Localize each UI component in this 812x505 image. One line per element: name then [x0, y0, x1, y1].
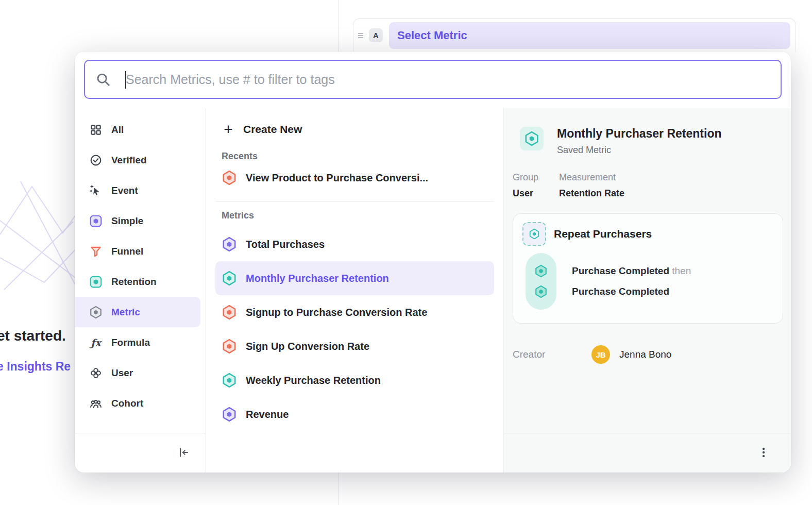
sidebar-item-metric[interactable]: Metric	[75, 297, 200, 327]
funnel-metric-hexagon-icon	[222, 170, 237, 186]
sidebar-item-event[interactable]: Event	[75, 175, 206, 206]
sidebar-item-formula[interactable]: ƒx Formula	[75, 327, 206, 358]
metrics-header: Metrics	[222, 209, 494, 222]
measurement-value: Retention Rate	[559, 188, 624, 199]
metric-option-label: Revenue	[246, 409, 289, 420]
step-one-event: Purchase Completed	[572, 265, 669, 276]
metric-option-sign-up-conversion-rate[interactable]: Sign Up Conversion Rate	[215, 329, 494, 363]
search-box	[84, 60, 782, 99]
group-label: Group	[513, 172, 559, 183]
select-metric-button[interactable]: Select Metric	[389, 22, 790, 49]
metric-option-label: Monthly Purchaser Retention	[246, 273, 389, 284]
search-input[interactable]	[119, 72, 770, 88]
retention-metric-hexagon-icon	[222, 373, 237, 388]
create-new-button[interactable]: + Create New	[215, 116, 494, 142]
sidebar-item-label: Retention	[111, 276, 157, 288]
details-header: Monthly Purchaser Retention Saved Metric	[520, 127, 783, 156]
sidebar-item-funnel[interactable]: Funnel	[75, 236, 206, 266]
sidebar-item-label: Verified	[111, 155, 147, 166]
retention-steps-pill	[526, 253, 556, 310]
section-divider	[215, 201, 494, 201]
sidebar-footer	[75, 433, 206, 473]
step-connector: then	[672, 265, 691, 276]
text-caret	[125, 71, 126, 89]
metric-details-panel: Monthly Purchaser Retention Saved Metric…	[504, 108, 791, 473]
sidebar-item-label: All	[111, 124, 124, 136]
metric-option-label: Weekly Purchase Retention	[246, 375, 381, 386]
retention-metric-hexagon-icon	[222, 271, 237, 286]
metric-option-label: View Product to Purchase Conversi...	[246, 172, 428, 184]
step-hexagon-icon	[534, 264, 548, 278]
grid-icon	[89, 123, 103, 137]
details-title: Monthly Purchaser Retention	[557, 127, 721, 140]
funnel-metric-hexagon-icon	[222, 305, 237, 320]
step-two-event: Purchase Completed	[572, 286, 669, 297]
sidebar-item-label: Cohort	[111, 398, 143, 409]
saved-metric-hexagon-icon	[520, 127, 544, 150]
category-sidebar: All Verified	[75, 108, 206, 473]
creator-name: Jenna Bono	[619, 349, 671, 360]
sidebar-item-retention[interactable]: Retention	[75, 266, 206, 297]
details-footer	[504, 433, 791, 473]
sidebar-item-label: Event	[111, 185, 138, 196]
creator-avatar: JB	[591, 345, 610, 364]
sidebar-item-label: Funnel	[111, 246, 143, 257]
verified-badge-icon	[89, 154, 103, 167]
modal-body: All Verified	[75, 108, 791, 473]
metrics-options: Total Purchases Monthly Purchaser Retent…	[215, 227, 494, 431]
metric-picker-modal: All Verified	[75, 52, 791, 473]
details-subtitle: Saved Metric	[557, 145, 721, 156]
metric-option-label: Sign Up Conversion Rate	[246, 341, 369, 352]
collapse-left-icon	[177, 446, 190, 461]
metric-option-label: Total Purchases	[246, 239, 325, 250]
background-report-link[interactable]: e Insights Re	[0, 360, 71, 374]
background-heading: et started.	[0, 328, 66, 344]
metric-option-weekly-purchase-retention[interactable]: Weekly Purchase Retention	[215, 363, 494, 397]
simple-metric-hexagon-icon	[222, 407, 237, 422]
funnel-metric-hexagon-icon	[222, 339, 237, 354]
sidebar-item-label: Formula	[111, 337, 150, 348]
select-metric-bar: A Select Metric	[353, 18, 796, 52]
drag-handle-icon[interactable]	[357, 31, 364, 40]
metric-option-label: Signup to Purchase Conversion Rate	[246, 307, 427, 318]
details-meta: Group User Measurement Retention Rate	[513, 172, 783, 199]
plus-icon: +	[222, 123, 235, 136]
screen: et started. e Insights Re A Select Metri…	[0, 0, 812, 505]
search-icon	[95, 72, 111, 87]
select-metric-label: Select Metric	[397, 29, 467, 42]
measurement-label: Measurement	[559, 172, 624, 183]
funnel-icon	[89, 245, 103, 258]
sidebar-item-verified[interactable]: Verified	[75, 145, 206, 175]
cohort-icon	[89, 397, 103, 410]
sidebar-item-user[interactable]: User	[75, 358, 206, 388]
metric-definition-card: Repeat Purchasers	[513, 213, 783, 324]
repeat-purchasers-hexagon-icon	[522, 222, 546, 246]
sidebar-item-label: User	[111, 367, 133, 379]
create-new-label: Create New	[243, 123, 302, 136]
metric-hexagon-icon	[89, 306, 103, 319]
series-a-badge: A	[369, 28, 383, 42]
user-flower-icon	[89, 366, 103, 380]
metric-option-total-purchases[interactable]: Total Purchases	[215, 227, 494, 261]
sidebar-item-all[interactable]: All	[75, 114, 206, 145]
kebab-menu-icon	[757, 446, 770, 461]
more-options-button[interactable]	[755, 444, 772, 463]
collapse-sidebar-button[interactable]	[175, 444, 192, 463]
simple-hexagon-icon	[89, 214, 103, 228]
retention-steps: Purchase Completed then Purchase Complet…	[572, 261, 691, 302]
metric-option-recent[interactable]: View Product to Purchase Conversi...	[215, 163, 494, 193]
simple-metric-hexagon-icon	[222, 237, 237, 252]
formula-icon: ƒx	[89, 336, 103, 349]
metric-option-monthly-purchaser-retention[interactable]: Monthly Purchaser Retention	[215, 261, 494, 295]
recents-header: Recents	[222, 149, 494, 163]
metric-option-signup-to-purchase-conversion-rate[interactable]: Signup to Purchase Conversion Rate	[215, 295, 494, 329]
creator-row: Creator JB Jenna Bono	[513, 345, 783, 364]
sidebar-item-simple[interactable]: Simple	[75, 206, 206, 236]
sidebar-item-cohort[interactable]: Cohort	[75, 388, 206, 418]
group-value: User	[513, 188, 559, 199]
step-hexagon-icon	[534, 285, 548, 298]
retention-hexagon-icon	[89, 275, 103, 289]
metric-option-revenue[interactable]: Revenue	[215, 397, 494, 431]
sidebar-item-label: Simple	[111, 215, 143, 227]
metric-list: + Create New Recents View Product to Pur…	[206, 108, 504, 473]
